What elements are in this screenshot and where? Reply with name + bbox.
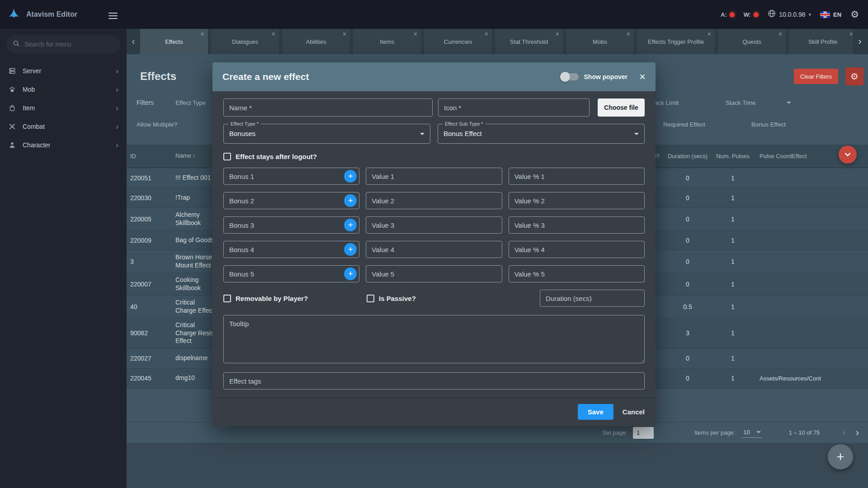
sidebar-item-item[interactable]: Item › — [0, 99, 127, 117]
value-percent-field[interactable] — [509, 168, 645, 185]
duration-field[interactable] — [540, 290, 645, 307]
save-button[interactable]: Save — [578, 404, 613, 420]
tabs-scroll-right-icon[interactable]: › — [854, 29, 866, 54]
removable-checkbox[interactable] — [223, 295, 231, 302]
close-icon[interactable]: × — [414, 31, 417, 37]
bonus-field[interactable] — [223, 192, 359, 209]
close-icon[interactable]: × — [849, 31, 853, 37]
server-selector[interactable]: 10.0.0.98 ▾ — [768, 9, 811, 19]
server-icon — [8, 67, 16, 75]
screen: Atavism Editor A: W: 10.0.0.98 ▾ EN — [0, 0, 868, 488]
bonus-field[interactable] — [223, 168, 359, 185]
value-percent-field[interactable] — [509, 216, 645, 234]
sidebar-item-mob[interactable]: Mob › — [0, 80, 127, 99]
filters-label: Filters — [137, 99, 154, 106]
is-passive-checkbox[interactable] — [367, 295, 374, 302]
effect-sub-type-select[interactable]: Effect Sub Type * Bonus Effect — [438, 124, 645, 144]
tab-dialogues[interactable]: Dialogues × — [211, 29, 279, 54]
value-field[interactable] — [366, 241, 502, 258]
bottom-strip — [127, 443, 868, 488]
tab-quests[interactable]: Quests × — [718, 29, 786, 54]
sidebar-item-combat[interactable]: Combat › — [0, 117, 127, 136]
show-popover-label: Show popover — [584, 73, 627, 80]
menu-icon[interactable] — [108, 11, 118, 21]
modal-header: Create a new effect Show popover × — [212, 62, 656, 91]
close-icon[interactable]: × — [639, 71, 646, 82]
bonus-field[interactable] — [223, 241, 359, 258]
effect-icon-field[interactable] — [438, 99, 590, 117]
clear-filters-button[interactable]: Clear Filters — [794, 69, 838, 84]
value-field[interactable] — [366, 168, 502, 185]
value-field[interactable] — [366, 192, 502, 209]
tooltip-field[interactable] — [223, 315, 645, 363]
tab-items[interactable]: Items × — [353, 29, 421, 54]
choose-file-button[interactable]: Choose file — [598, 99, 645, 117]
sidebar-search[interactable] — [6, 35, 120, 53]
column-header-num-pulses[interactable]: Num. Pulses — [712, 153, 753, 160]
sidebar-item-character[interactable]: Character › — [0, 136, 127, 154]
column-header-id[interactable]: ID — [130, 153, 175, 160]
cancel-button[interactable]: Cancel — [623, 408, 645, 416]
tab-mobs[interactable]: Mobs × — [566, 29, 634, 54]
bonus-row: + — [223, 192, 645, 209]
tabs-scroll-left-icon[interactable]: ‹ — [127, 29, 140, 54]
close-icon[interactable]: × — [343, 31, 346, 37]
toggle-track — [561, 73, 579, 80]
add-effect-button[interactable]: + — [828, 444, 853, 469]
globe-icon — [768, 9, 776, 19]
caret-down-icon — [420, 133, 425, 135]
value-percent-field[interactable] — [509, 265, 645, 282]
modal-footer: Save Cancel — [212, 398, 656, 426]
tabs: Effects × Dialogues × Abilities × Items … — [140, 29, 853, 54]
set-page-input[interactable] — [633, 427, 654, 439]
language-selector[interactable]: EN — [820, 11, 841, 18]
value-field[interactable] — [366, 216, 502, 234]
status-a: A: — [721, 11, 735, 18]
filter-allow-multiple[interactable]: Allow Multiple? — [137, 121, 177, 128]
filter-effect-type[interactable]: Effect Type — [175, 99, 206, 106]
search-input[interactable] — [24, 41, 114, 48]
tab-currencies[interactable]: Currencies × — [424, 29, 492, 54]
collapse-filters-button[interactable] — [839, 145, 857, 164]
previous-page-icon[interactable]: ‹ — [842, 427, 845, 439]
sidebar-item-server[interactable]: Server › — [0, 61, 127, 80]
bonus-row: + — [223, 265, 645, 282]
items-per-page-select[interactable]: 10 — [742, 428, 761, 438]
name-icon-row: Choose file — [223, 99, 645, 117]
tab-stat-threshold[interactable]: Stat Threshold × — [495, 29, 563, 54]
tab-abilities[interactable]: Abilities × — [282, 29, 350, 54]
next-page-icon[interactable]: › — [856, 427, 859, 439]
bonus-field[interactable] — [223, 265, 359, 282]
combat-icon — [8, 122, 16, 131]
close-icon[interactable]: × — [272, 31, 275, 37]
effect-tags-field[interactable] — [223, 372, 645, 389]
column-header-duration[interactable]: Duration (secs) — [663, 153, 712, 160]
stays-after-logout-checkbox[interactable] — [223, 153, 231, 160]
effect-name-field[interactable] — [223, 99, 433, 117]
close-icon[interactable]: × — [778, 31, 782, 37]
close-icon[interactable]: × — [627, 31, 630, 37]
tab-effects[interactable]: Effects × — [140, 29, 208, 54]
close-icon[interactable]: × — [485, 31, 488, 37]
close-icon[interactable]: × — [201, 31, 204, 37]
value-percent-field[interactable] — [509, 192, 645, 209]
value-percent-field[interactable] — [509, 241, 645, 258]
filter-required-effect[interactable]: Required Effect — [663, 121, 705, 128]
table-settings-gear-icon[interactable]: ⚙ — [845, 67, 863, 85]
show-popover-toggle[interactable]: Show popover — [561, 73, 627, 80]
create-effect-modal: Create a new effect Show popover × Choos… — [212, 62, 656, 426]
filter-bonus-effect[interactable]: Bonus Effect — [751, 121, 786, 128]
flags-row: Removable by Player? Is Passive? — [223, 290, 645, 307]
settings-gear-icon[interactable]: ⚙ — [850, 9, 859, 20]
sidebar-item-label: Mob — [23, 86, 35, 93]
bonus-field[interactable] — [223, 216, 359, 234]
search-icon — [13, 40, 20, 49]
tab-skill-profile[interactable]: Skill Profile × — [789, 29, 853, 54]
value-field[interactable] — [366, 265, 502, 282]
close-icon[interactable]: × — [708, 31, 711, 37]
close-icon[interactable]: × — [556, 31, 559, 37]
tab-effects-trigger-profile[interactable]: Effects Trigger Profile × — [637, 29, 715, 54]
column-header-name[interactable]: Name↑ — [175, 152, 217, 160]
filter-stack-time[interactable]: Stack Time — [726, 99, 791, 106]
effect-type-select[interactable]: Effect Type * Bonuses — [223, 124, 430, 144]
